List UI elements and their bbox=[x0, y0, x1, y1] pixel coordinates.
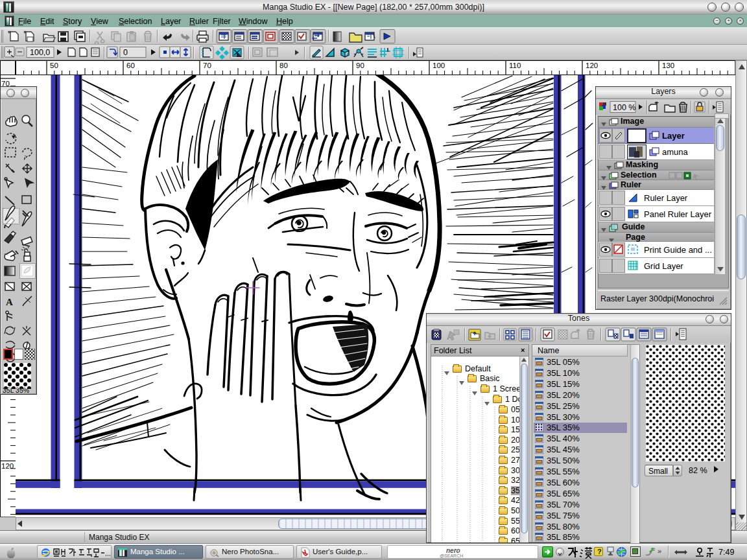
svg-text:90: 90 bbox=[356, 62, 364, 69]
svg-text:100 %: 100 % bbox=[613, 103, 635, 112]
svg-text:@SEARCH: @SEARCH bbox=[440, 554, 463, 558]
svg-text:110: 110 bbox=[509, 62, 521, 69]
svg-text:50: 50 bbox=[50, 62, 58, 69]
svg-text:100: 100 bbox=[433, 62, 445, 69]
svg-text:60: 60 bbox=[126, 62, 135, 69]
svg-text:80: 80 bbox=[279, 62, 288, 69]
svg-text:0: 0 bbox=[123, 48, 128, 57]
svg-text:100,0: 100,0 bbox=[30, 48, 50, 57]
svg-text:70: 70 bbox=[203, 62, 211, 69]
svg-text:130: 130 bbox=[662, 62, 674, 69]
svg-text:120: 120 bbox=[586, 62, 598, 69]
